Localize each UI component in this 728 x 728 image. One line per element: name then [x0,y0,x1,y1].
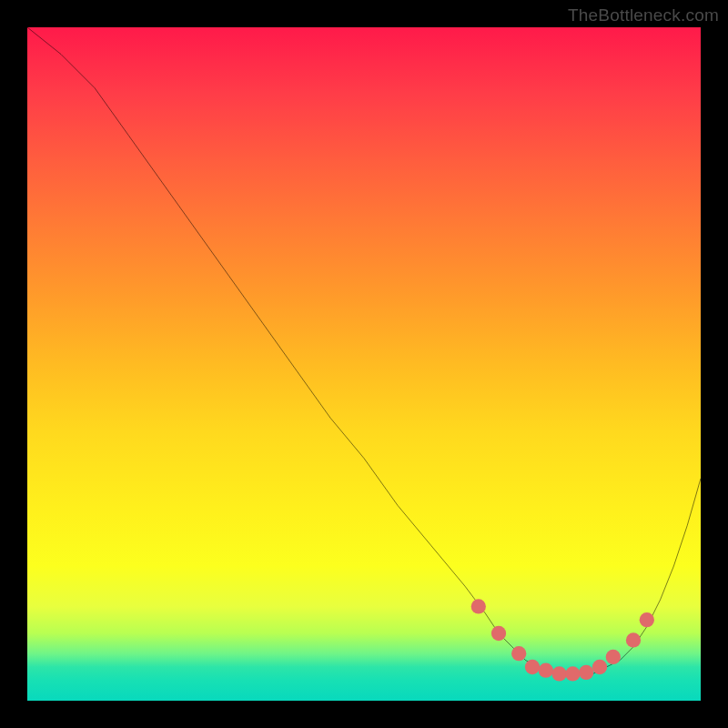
curve-marker [579,665,593,680]
curve-marker [539,663,553,678]
watermark-text: TheBottleneck.com [568,5,719,25]
curve-marker [551,666,566,681]
bottleneck-curve [27,27,701,701]
chart-viewport: TheBottleneck.com [0,0,728,728]
curve-path [27,27,701,673]
curve-marker [471,599,486,613]
curve-marker [606,650,621,664]
curve-marker [565,666,580,681]
curve-marker [491,626,506,641]
plot-area [27,27,701,701]
curve-marker [640,612,654,627]
curve-marker [592,660,607,674]
curve-marker [511,646,526,661]
curve-marker [525,660,540,674]
curve-marker [626,632,641,647]
